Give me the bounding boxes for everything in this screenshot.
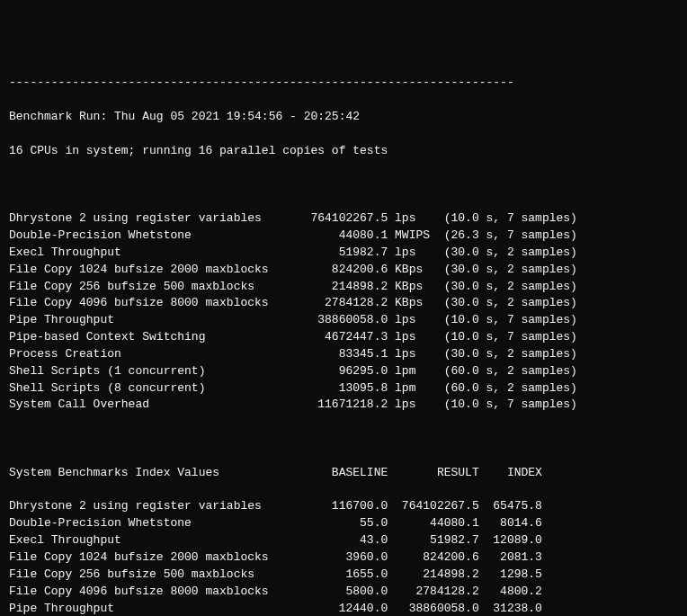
index-row: Double-Precision Whetstone 55.0 44080.1 …	[9, 515, 678, 532]
index-row: Dhrystone 2 using register variables 116…	[9, 498, 678, 515]
blank-line	[9, 431, 678, 448]
cpu-info-line: 16 CPUs in system; running 16 parallel c…	[9, 143, 678, 160]
result-row: Shell Scripts (8 concurrent) 13095.8 lpm…	[9, 380, 678, 397]
results-block: Dhrystone 2 using register variables 764…	[9, 210, 678, 414]
divider-top: ----------------------------------------…	[9, 75, 678, 92]
result-row: Process Creation 83345.1 lps (30.0 s, 2 …	[9, 346, 678, 363]
index-row: File Copy 4096 bufsize 8000 maxblocks 58…	[9, 584, 678, 601]
result-row: File Copy 256 bufsize 500 maxblocks 2148…	[9, 279, 678, 296]
benchmark-run-line: Benchmark Run: Thu Aug 05 2021 19:54:56 …	[9, 109, 678, 126]
result-row: Double-Precision Whetstone 44080.1 MWIPS…	[9, 228, 678, 245]
index-row: Execl Throughput 43.0 51982.7 12089.0	[9, 532, 678, 549]
index-row: Pipe Throughput 12440.0 38860058.0 31238…	[9, 601, 678, 616]
blank-line	[9, 176, 678, 193]
result-row: Dhrystone 2 using register variables 764…	[9, 210, 678, 228]
index-header-line: System Benchmarks Index Values BASELINE …	[9, 465, 678, 482]
result-row: Shell Scripts (1 concurrent) 96295.0 lpm…	[9, 363, 678, 380]
result-row: Execl Throughput 51982.7 lps (30.0 s, 2 …	[9, 245, 678, 262]
result-row: System Call Overhead 11671218.2 lps (10.…	[9, 397, 678, 414]
result-row: Pipe-based Context Switching 4672447.3 l…	[9, 329, 678, 346]
result-row: File Copy 4096 bufsize 8000 maxblocks 27…	[9, 295, 678, 312]
result-row: File Copy 1024 bufsize 2000 maxblocks 82…	[9, 262, 678, 279]
index-row: File Copy 1024 bufsize 2000 maxblocks 39…	[9, 549, 678, 567]
index-block: Dhrystone 2 using register variables 116…	[9, 498, 678, 616]
result-row: Pipe Throughput 38860058.0 lps (10.0 s, …	[9, 312, 678, 329]
index-row: File Copy 256 bufsize 500 maxblocks 1655…	[9, 567, 678, 584]
